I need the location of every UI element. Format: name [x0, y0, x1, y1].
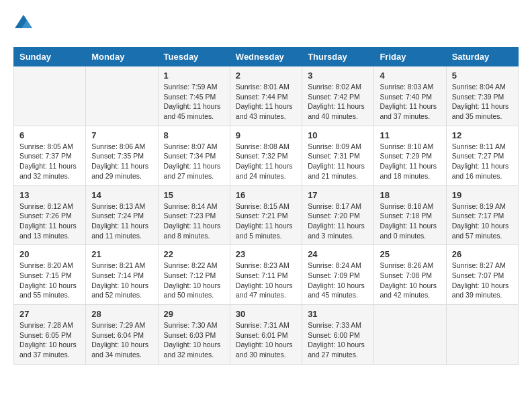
day-cell: 5Sunrise: 8:04 AM Sunset: 7:39 PM Daylig…: [446, 66, 518, 126]
day-info: Sunrise: 8:21 AM Sunset: 7:14 PM Dayligh…: [91, 261, 152, 300]
logo-icon: [13, 13, 34, 36]
header-wednesday: Wednesday: [230, 48, 302, 66]
day-info: Sunrise: 8:18 AM Sunset: 7:18 PM Dayligh…: [380, 201, 440, 241]
day-number: 31: [308, 309, 368, 319]
day-cell: 21Sunrise: 8:21 AM Sunset: 7:14 PM Dayli…: [86, 245, 158, 305]
day-number: 24: [308, 249, 368, 259]
day-cell: 16Sunrise: 8:15 AM Sunset: 7:21 PM Dayli…: [230, 185, 302, 245]
day-cell: 23Sunrise: 8:23 AM Sunset: 7:11 PM Dayli…: [230, 245, 302, 305]
day-number: 25: [380, 249, 440, 259]
day-info: Sunrise: 8:23 AM Sunset: 7:11 PM Dayligh…: [236, 261, 296, 300]
day-number: 13: [19, 190, 80, 200]
logo: [13, 13, 36, 36]
day-number: 30: [236, 309, 296, 319]
day-info: Sunrise: 8:27 AM Sunset: 7:07 PM Dayligh…: [452, 261, 513, 300]
day-cell: 11Sunrise: 8:10 AM Sunset: 7:29 PM Dayli…: [374, 126, 446, 185]
day-info: Sunrise: 7:30 AM Sunset: 6:03 PM Dayligh…: [164, 320, 224, 360]
header-thursday: Thursday: [302, 48, 374, 66]
day-number: 28: [91, 309, 152, 319]
day-cell: 17Sunrise: 8:17 AM Sunset: 7:20 PM Dayli…: [302, 185, 374, 245]
day-info: Sunrise: 8:19 AM Sunset: 7:17 PM Dayligh…: [452, 201, 513, 241]
day-number: 7: [91, 130, 152, 140]
day-cell: 4Sunrise: 8:03 AM Sunset: 7:40 PM Daylig…: [374, 66, 446, 126]
day-cell: 9Sunrise: 8:08 AM Sunset: 7:32 PM Daylig…: [230, 126, 302, 185]
day-cell: [446, 305, 518, 365]
day-info: Sunrise: 8:11 AM Sunset: 7:27 PM Dayligh…: [452, 142, 513, 181]
header-saturday: Saturday: [446, 48, 518, 66]
day-number: 22: [164, 249, 224, 259]
header-tuesday: Tuesday: [158, 48, 230, 66]
day-info: Sunrise: 7:33 AM Sunset: 6:00 PM Dayligh…: [308, 320, 368, 360]
day-number: 27: [19, 309, 80, 319]
header-friday: Friday: [374, 48, 446, 66]
day-number: 15: [164, 190, 224, 200]
day-cell: 28Sunrise: 7:29 AM Sunset: 6:04 PM Dayli…: [86, 305, 158, 365]
day-info: Sunrise: 8:17 AM Sunset: 7:20 PM Dayligh…: [308, 201, 368, 241]
day-cell: [86, 66, 158, 126]
day-number: 8: [164, 130, 224, 140]
day-info: Sunrise: 8:20 AM Sunset: 7:15 PM Dayligh…: [19, 261, 80, 300]
day-info: Sunrise: 8:03 AM Sunset: 7:40 PM Dayligh…: [380, 82, 440, 122]
day-info: Sunrise: 7:28 AM Sunset: 6:05 PM Dayligh…: [19, 320, 80, 360]
day-info: Sunrise: 8:01 AM Sunset: 7:44 PM Dayligh…: [236, 82, 296, 122]
day-number: 17: [308, 190, 368, 200]
day-number: 11: [380, 130, 440, 140]
day-number: 14: [91, 190, 152, 200]
day-info: Sunrise: 8:09 AM Sunset: 7:31 PM Dayligh…: [308, 142, 368, 181]
day-cell: 25Sunrise: 8:26 AM Sunset: 7:08 PM Dayli…: [374, 245, 446, 305]
day-info: Sunrise: 8:14 AM Sunset: 7:23 PM Dayligh…: [164, 201, 224, 241]
day-cell: [374, 305, 446, 365]
day-cell: 7Sunrise: 8:06 AM Sunset: 7:35 PM Daylig…: [86, 126, 158, 185]
day-cell: 30Sunrise: 7:31 AM Sunset: 6:01 PM Dayli…: [230, 305, 302, 365]
week-row-0: 1Sunrise: 7:59 AM Sunset: 7:45 PM Daylig…: [14, 66, 519, 126]
day-info: Sunrise: 8:12 AM Sunset: 7:26 PM Dayligh…: [19, 201, 80, 241]
calendar-table: Sunday Monday Tuesday Wednesday Thursday…: [13, 47, 519, 365]
day-cell: 12Sunrise: 8:11 AM Sunset: 7:27 PM Dayli…: [446, 126, 518, 185]
day-info: Sunrise: 8:15 AM Sunset: 7:21 PM Dayligh…: [236, 201, 296, 241]
day-number: 20: [19, 249, 80, 259]
header-row: Sunday Monday Tuesday Wednesday Thursday…: [14, 48, 519, 66]
week-row-3: 20Sunrise: 8:20 AM Sunset: 7:15 PM Dayli…: [14, 245, 519, 305]
day-info: Sunrise: 7:29 AM Sunset: 6:04 PM Dayligh…: [91, 320, 152, 360]
day-cell: 10Sunrise: 8:09 AM Sunset: 7:31 PM Dayli…: [302, 126, 374, 185]
day-info: Sunrise: 7:59 AM Sunset: 7:45 PM Dayligh…: [164, 82, 224, 122]
day-cell: 24Sunrise: 8:24 AM Sunset: 7:09 PM Dayli…: [302, 245, 374, 305]
day-cell: [14, 66, 86, 126]
day-info: Sunrise: 8:10 AM Sunset: 7:29 PM Dayligh…: [380, 142, 440, 181]
day-cell: 15Sunrise: 8:14 AM Sunset: 7:23 PM Dayli…: [158, 185, 230, 245]
day-info: Sunrise: 8:13 AM Sunset: 7:24 PM Dayligh…: [91, 201, 152, 241]
day-cell: 8Sunrise: 8:07 AM Sunset: 7:34 PM Daylig…: [158, 126, 230, 185]
week-row-2: 13Sunrise: 8:12 AM Sunset: 7:26 PM Dayli…: [14, 185, 519, 245]
day-number: 10: [308, 130, 368, 140]
day-info: Sunrise: 8:06 AM Sunset: 7:35 PM Dayligh…: [91, 142, 152, 181]
day-number: 6: [19, 130, 80, 140]
day-info: Sunrise: 8:26 AM Sunset: 7:08 PM Dayligh…: [380, 261, 440, 300]
day-info: Sunrise: 8:05 AM Sunset: 7:37 PM Dayligh…: [19, 142, 80, 181]
week-row-1: 6Sunrise: 8:05 AM Sunset: 7:37 PM Daylig…: [14, 126, 519, 185]
day-cell: 31Sunrise: 7:33 AM Sunset: 6:00 PM Dayli…: [302, 305, 374, 365]
day-cell: 27Sunrise: 7:28 AM Sunset: 6:05 PM Dayli…: [14, 305, 86, 365]
day-cell: 20Sunrise: 8:20 AM Sunset: 7:15 PM Dayli…: [14, 245, 86, 305]
day-cell: 26Sunrise: 8:27 AM Sunset: 7:07 PM Dayli…: [446, 245, 518, 305]
day-number: 9: [236, 130, 296, 140]
day-cell: 22Sunrise: 8:22 AM Sunset: 7:12 PM Dayli…: [158, 245, 230, 305]
day-number: 19: [452, 190, 513, 200]
day-info: Sunrise: 7:31 AM Sunset: 6:01 PM Dayligh…: [236, 320, 296, 360]
day-info: Sunrise: 8:22 AM Sunset: 7:12 PM Dayligh…: [164, 261, 224, 300]
day-cell: 2Sunrise: 8:01 AM Sunset: 7:44 PM Daylig…: [230, 66, 302, 126]
day-cell: 29Sunrise: 7:30 AM Sunset: 6:03 PM Dayli…: [158, 305, 230, 365]
day-number: 26: [452, 249, 513, 259]
day-number: 12: [452, 130, 513, 140]
day-cell: 13Sunrise: 8:12 AM Sunset: 7:26 PM Dayli…: [14, 185, 86, 245]
page-header: [13, 13, 519, 36]
day-number: 5: [452, 71, 513, 81]
day-cell: 19Sunrise: 8:19 AM Sunset: 7:17 PM Dayli…: [446, 185, 518, 245]
day-cell: 3Sunrise: 8:02 AM Sunset: 7:42 PM Daylig…: [302, 66, 374, 126]
header-sunday: Sunday: [14, 48, 86, 66]
day-info: Sunrise: 8:08 AM Sunset: 7:32 PM Dayligh…: [236, 142, 296, 181]
day-number: 4: [380, 71, 440, 81]
day-number: 18: [380, 190, 440, 200]
day-info: Sunrise: 8:04 AM Sunset: 7:39 PM Dayligh…: [452, 82, 513, 122]
day-cell: 6Sunrise: 8:05 AM Sunset: 7:37 PM Daylig…: [14, 126, 86, 185]
day-number: 2: [236, 71, 296, 81]
